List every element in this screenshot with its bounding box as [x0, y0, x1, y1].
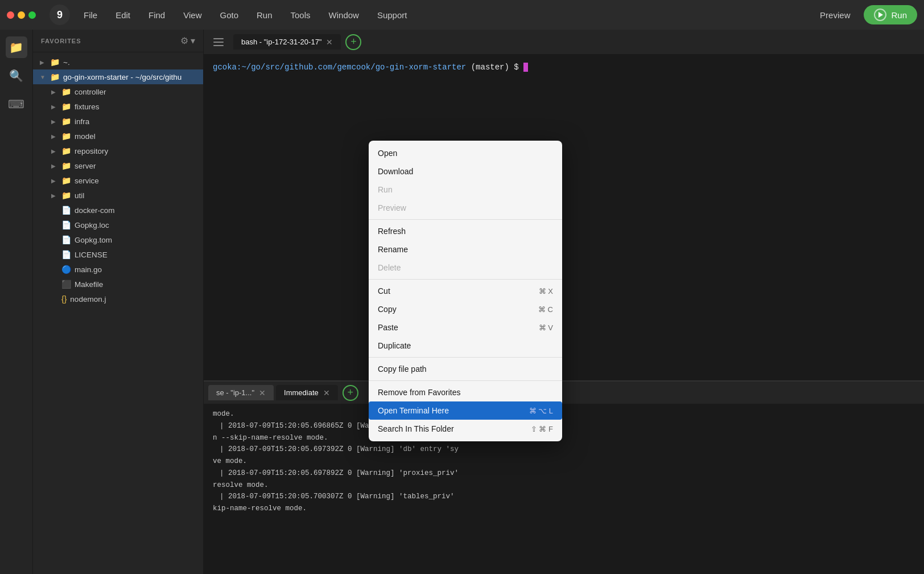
tree-name: ~. [63, 58, 70, 67]
gear-icon[interactable]: ⚙ ▾ [180, 35, 195, 46]
tree-name: nodemon.j [70, 295, 106, 304]
ctx-label: Copy file path [378, 364, 553, 374]
ctx-download[interactable]: Download [369, 162, 562, 181]
ctx-copy[interactable]: Copy ⌘ C [369, 300, 562, 318]
tree-name: Makefile [75, 280, 103, 289]
ctx-open[interactable]: Open [369, 144, 562, 162]
preview-button[interactable]: Preview [813, 8, 857, 22]
minimize-traffic-light[interactable] [18, 11, 25, 19]
menu-find[interactable]: Find [144, 8, 170, 22]
ctx-delete: Delete [369, 259, 562, 277]
file-icon: 📄 [61, 235, 71, 244]
folder-icon: 📁 [61, 102, 71, 111]
tree-arrow: ▶ [51, 192, 58, 199]
menu-view[interactable]: View [179, 8, 206, 22]
ctx-label: Open Terminal Here [378, 406, 529, 415]
menu-edit[interactable]: Edit [111, 8, 135, 22]
folder-icon: 📁 [61, 146, 71, 155]
ctx-copy-file-path[interactable]: Copy file path [369, 360, 562, 378]
ctx-divider [369, 380, 562, 381]
ctx-cut[interactable]: Cut ⌘ X [369, 282, 562, 300]
folder-icon: 📁 [61, 161, 71, 170]
terminal-area: bash - "ip-172-31-20-17" ✕ + gcoka:~/go/… [204, 30, 924, 574]
traffic-lights [7, 11, 36, 19]
tree-item-service[interactable]: ▶ 📁 service [44, 173, 203, 188]
tree-item-docker[interactable]: ▶ 📄 docker-com [44, 203, 203, 218]
tree-item-main-go[interactable]: ▶ 🔵 main.go [44, 262, 203, 277]
tree-item-home[interactable]: ▶ 📁 ~. [33, 55, 203, 69]
file-tree-panel: FAVORITES ⚙ ▾ ▶ 📁 ~. ▼ 📁 go-gin-xorm-sta… [33, 30, 204, 574]
tree-item-nodemon[interactable]: ▶ {} nodemon.j [44, 292, 203, 306]
tree-name: docker-com [75, 206, 115, 215]
context-menu: Open Download Run Preview Refresh Rename [369, 141, 562, 441]
ctx-search-folder[interactable]: Search In This Folder ⇧ ⌘ F [369, 420, 562, 438]
maximize-traffic-light[interactable] [28, 11, 36, 19]
tree-arrow: ▶ [51, 133, 58, 140]
keyboard-sidebar-icon[interactable]: ⌨ [6, 93, 27, 115]
tree-item-model[interactable]: ▶ 📁 model [44, 129, 203, 144]
tree-item-util[interactable]: ▶ 📁 util [44, 188, 203, 203]
menu-tools[interactable]: Tools [286, 8, 315, 22]
sidebar-icons: 📁 🔍 ⌨ [0, 30, 33, 574]
ctx-label: Download [378, 167, 553, 176]
tree-name: LICENSE [75, 251, 108, 259]
tree-name: fixtures [75, 102, 100, 111]
file-tree-scroll: ▶ 📁 ~. ▼ 📁 go-gin-xorm-starter - ~/go/sr… [33, 52, 203, 574]
tree-item-makefile[interactable]: ▶ ⬛ Makefile [44, 277, 203, 292]
tree-item-project[interactable]: ▼ 📁 go-gin-xorm-starter - ~/go/src/githu [33, 69, 203, 84]
menu-file[interactable]: File [79, 8, 102, 22]
ctx-open-terminal[interactable]: Open Terminal Here ⌘ ⌥ L [369, 401, 562, 420]
folder-icon: 📁 [61, 176, 71, 185]
close-traffic-light[interactable] [7, 11, 14, 19]
tree-item-repository[interactable]: ▶ 📁 repository [44, 144, 203, 158]
tree-name: service [75, 177, 99, 185]
file-icon: 📄 [61, 220, 71, 229]
tree-item-gopkg-toml[interactable]: ▶ 📄 Gopkg.tom [44, 232, 203, 247]
tree-item-license[interactable]: ▶ 📄 LICENSE [44, 247, 203, 262]
files-sidebar-icon[interactable]: 📁 [6, 36, 27, 58]
search-sidebar-icon[interactable]: 🔍 [6, 65, 27, 87]
tree-arrow: ▶ [51, 89, 58, 95]
ctx-label: Preview [378, 203, 553, 212]
tree-item-fixtures[interactable]: ▶ 📁 fixtures [44, 99, 203, 114]
tree-name: model [75, 132, 96, 141]
menu-support[interactable]: Support [373, 8, 412, 22]
terminal-file-icon: ⬛ [61, 280, 71, 289]
run-play-icon [874, 9, 886, 21]
ctx-label: Open [378, 149, 553, 158]
ctx-refresh[interactable]: Refresh [369, 222, 562, 240]
tree-item-controller[interactable]: ▶ 📁 controller [44, 84, 203, 99]
menu-run[interactable]: Run [252, 8, 277, 22]
main-layout: 📁 🔍 ⌨ FAVORITES ⚙ ▾ ▶ 📁 ~. ▼ 📁 go-gin-xo… [0, 30, 924, 574]
ctx-shortcut: ⌘ X [539, 287, 553, 296]
folder-icon: 📁 [61, 87, 71, 96]
ctx-label: Paste [378, 323, 539, 332]
ctx-label: Duplicate [378, 341, 553, 350]
ctx-divider [369, 219, 562, 220]
tree-name: main.go [75, 265, 102, 274]
tree-arrow: ▼ [40, 74, 47, 80]
tree-arrow: ▶ [51, 163, 58, 169]
tree-arrow: ▶ [51, 148, 58, 154]
ctx-divider [369, 357, 562, 358]
menu-bar: 9 File Edit Find View Goto Run Tools Win… [0, 0, 924, 30]
tree-name: server [75, 162, 96, 170]
menu-goto[interactable]: Goto [215, 8, 243, 22]
tree-name: util [75, 191, 84, 200]
tree-item-infra[interactable]: ▶ 📁 infra [44, 114, 203, 129]
context-menu-overlay: Open Download Run Preview Refresh Rename [204, 30, 924, 574]
menu-window[interactable]: Window [324, 8, 364, 22]
run-button[interactable]: Run [864, 5, 917, 24]
tree-arrow: ▶ [51, 118, 58, 125]
app-icon: 9 [50, 5, 70, 25]
ctx-remove-favorites[interactable]: Remove from Favorites [369, 383, 562, 401]
menu-bar-left: 9 File Edit Find View Goto Run Tools Win… [7, 5, 811, 25]
folder-icon: 📁 [61, 191, 71, 200]
tree-item-gopkg-lock[interactable]: ▶ 📄 Gopkg.loc [44, 218, 203, 232]
tree-name: repository [75, 147, 108, 155]
ctx-paste[interactable]: Paste ⌘ V [369, 318, 562, 337]
tree-item-server[interactable]: ▶ 📁 server [44, 158, 203, 173]
ctx-label: Rename [378, 245, 553, 254]
ctx-rename[interactable]: Rename [369, 240, 562, 259]
ctx-duplicate[interactable]: Duplicate [369, 337, 562, 355]
